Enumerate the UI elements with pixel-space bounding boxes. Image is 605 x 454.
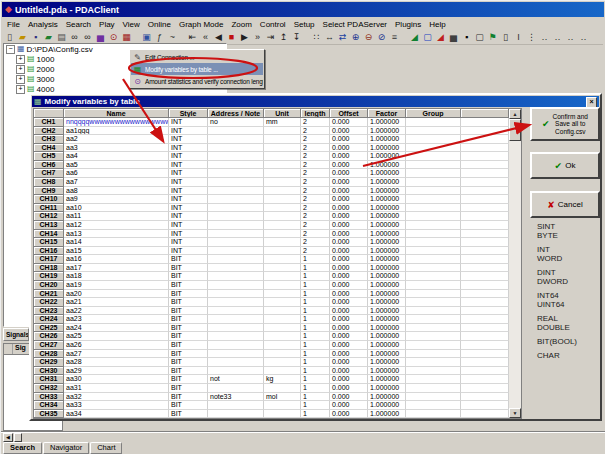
cell-unit[interactable] xyxy=(264,204,301,213)
cell-unit[interactable] xyxy=(264,272,301,281)
table-row[interactable]: CH7 aa6 INT 2 0.000 1.000000 xyxy=(34,169,509,178)
cell-name[interactable]: aa7 xyxy=(64,178,169,187)
goto-end-icon[interactable]: ⇥ xyxy=(264,31,277,43)
table-row[interactable]: CH9 aa8 INT 2 0.000 1.000000 xyxy=(34,187,509,196)
cell-length[interactable]: 2 xyxy=(301,230,330,239)
cell-style[interactable]: BIT xyxy=(169,341,208,350)
cell-factor[interactable]: 1.000000 xyxy=(368,221,406,230)
row-header-cell[interactable]: CH35 xyxy=(34,410,64,419)
table-row[interactable]: CH3 aa2 INT 2 0.000 1.000000 xyxy=(34,135,509,144)
cell-name[interactable]: aa20 xyxy=(64,290,169,299)
cell-name[interactable]: aa24 xyxy=(64,324,169,333)
cell-address-note[interactable] xyxy=(208,221,264,230)
cell-name[interactable]: aa3 xyxy=(64,144,169,153)
cell-address-note[interactable]: not xyxy=(208,375,264,384)
doc-icon[interactable]: ▯ xyxy=(499,31,512,43)
cell-address-note[interactable] xyxy=(208,204,264,213)
frame-icon[interactable]: ▣ xyxy=(140,31,153,43)
cell-offset[interactable]: 0.000 xyxy=(330,332,368,341)
cell-factor[interactable]: 1.000000 xyxy=(368,332,406,341)
cell-length[interactable]: 2 xyxy=(301,212,330,221)
menu-item[interactable]: Graph Mode xyxy=(175,20,227,29)
cell-address-note[interactable] xyxy=(208,152,264,161)
cell-length[interactable]: 1 xyxy=(301,401,330,410)
cell-factor[interactable]: 1.000000 xyxy=(368,247,406,256)
cell-address-note[interactable] xyxy=(208,341,264,350)
row-header-cell[interactable]: CH24 xyxy=(34,315,64,324)
cell-length[interactable]: 2 xyxy=(301,187,330,196)
cell-style[interactable]: INT xyxy=(169,144,208,153)
cell-length[interactable]: 2 xyxy=(301,169,330,178)
row-header-cell[interactable]: CH3 xyxy=(34,135,64,144)
save-icon[interactable]: ▪ xyxy=(29,31,42,43)
cell-address-note[interactable] xyxy=(208,384,264,393)
cell-style[interactable]: BIT xyxy=(169,375,208,384)
cell-group[interactable] xyxy=(406,204,461,213)
cell-group[interactable] xyxy=(406,135,461,144)
fast-rewind-icon[interactable]: « xyxy=(199,31,212,43)
row-header-cell[interactable]: CH23 xyxy=(34,307,64,316)
cell-group[interactable] xyxy=(406,272,461,281)
cell-factor[interactable]: 1.000000 xyxy=(368,204,406,213)
table-row[interactable]: CH30 aa29 BIT 1 0.000 1.000000 xyxy=(34,367,509,376)
cell-offset[interactable]: 0.000 xyxy=(330,307,368,316)
cell-address-note[interactable] xyxy=(208,230,264,239)
cell-name[interactable]: aa11 xyxy=(64,212,169,221)
cell-group[interactable] xyxy=(406,375,461,384)
cell-offset[interactable]: 0.000 xyxy=(330,341,368,350)
row-header-cell[interactable]: CH5 xyxy=(34,152,64,161)
cell-name[interactable]: aa8 xyxy=(64,187,169,196)
cell-name[interactable]: aa27 xyxy=(64,350,169,359)
cell-offset[interactable]: 0.000 xyxy=(330,152,368,161)
cell-group[interactable] xyxy=(406,401,461,410)
row-header-cell[interactable]: CH12 xyxy=(34,212,64,221)
bar-chart-icon[interactable]: ▅ xyxy=(447,31,460,43)
tab-navigator[interactable]: Navigator xyxy=(43,442,89,454)
table-row[interactable]: CH14 aa13 INT 2 0.000 1.000000 xyxy=(34,230,509,239)
cell-group[interactable] xyxy=(406,118,461,127)
menu-item[interactable]: File xyxy=(3,20,24,29)
cell-offset[interactable]: 0.000 xyxy=(330,144,368,153)
cell-factor[interactable]: 1.000000 xyxy=(368,350,406,359)
cell-offset[interactable]: 0.000 xyxy=(330,195,368,204)
hscroll-thumb[interactable] xyxy=(14,433,22,442)
function-icon[interactable]: ƒ xyxy=(153,31,166,43)
cell-unit[interactable] xyxy=(264,195,301,204)
cell-unit[interactable] xyxy=(264,212,301,221)
cell-length[interactable]: 1 xyxy=(301,393,330,402)
menu-item[interactable]: Play xyxy=(95,20,119,29)
table-row[interactable]: CH20 aa19 BIT 1 0.000 1.000000 xyxy=(34,281,509,290)
cell-address-note[interactable] xyxy=(208,238,264,247)
cell-factor[interactable]: 1.000000 xyxy=(368,281,406,290)
cell-name[interactable]: aa15 xyxy=(64,247,169,256)
cell-style[interactable]: BIT xyxy=(169,272,208,281)
expand-icon[interactable]: + xyxy=(16,65,25,74)
cell-style[interactable]: BIT xyxy=(169,401,208,410)
cell-group[interactable] xyxy=(406,230,461,239)
cell-style[interactable]: BIT xyxy=(169,367,208,376)
table-row[interactable]: CH35 aa34 BIT 1 0.000 1.000000 xyxy=(34,410,509,419)
cell-offset[interactable]: 0.000 xyxy=(330,118,368,127)
cell-unit[interactable] xyxy=(264,307,301,316)
cell-group[interactable] xyxy=(406,384,461,393)
cell-factor[interactable]: 1.000000 xyxy=(368,375,406,384)
cell-factor[interactable]: 1.000000 xyxy=(368,324,406,333)
cell-style[interactable]: BIT xyxy=(169,384,208,393)
row-header-cell[interactable]: CH33 xyxy=(34,393,64,402)
cell-length[interactable]: 2 xyxy=(301,221,330,230)
menu-item-modify-variables[interactable]: ▦ Modify variables by table ... xyxy=(131,63,263,75)
table-row[interactable]: CH1 nnqqqqwwwwwwwwwwwwwwwwww INT no mm 2… xyxy=(34,118,509,127)
expand-icon[interactable]: + xyxy=(16,55,25,64)
cell-address-note[interactable] xyxy=(208,169,264,178)
cell-offset[interactable]: 0.000 xyxy=(330,230,368,239)
cell-offset[interactable]: 0.000 xyxy=(330,367,368,376)
step-back-icon[interactable]: ◀ xyxy=(212,31,225,43)
cell-address-note[interactable] xyxy=(208,350,264,359)
flag-icon[interactable]: ⚑ xyxy=(486,31,499,43)
cell-style[interactable]: INT xyxy=(169,195,208,204)
cell-length[interactable]: 1 xyxy=(301,358,330,367)
table-row[interactable]: CH16 aa15 INT 2 0.000 1.000000 xyxy=(34,247,509,256)
cell-address-note[interactable] xyxy=(208,144,264,153)
cell-address-note[interactable] xyxy=(208,272,264,281)
cell-length[interactable]: 1 xyxy=(301,384,330,393)
